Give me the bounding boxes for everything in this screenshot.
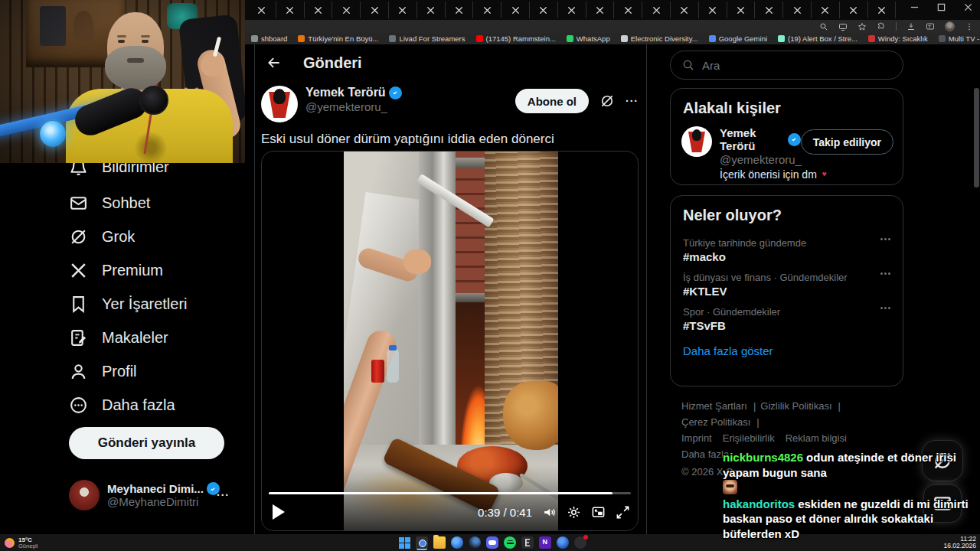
recorder-app-icon[interactable] (574, 536, 586, 549)
sidebar-item-grok[interactable]: Grok (69, 221, 135, 252)
bookmark-item[interactable]: (17145) Rammstein... (472, 34, 560, 44)
author-name[interactable]: Yemek Terörü (305, 86, 386, 99)
following-button[interactable]: Takip ediliyor (801, 129, 893, 155)
trend-item[interactable]: İş dünyası ve finans · Gündemdekiler #KT… (671, 263, 903, 298)
bookmark-item[interactable]: (19) Alert Box / Stre... (774, 34, 861, 44)
footer-link[interactable]: Gizlilik Politikası (760, 398, 841, 414)
post-more-icon[interactable]: ··· (626, 95, 639, 107)
related-user-avatar[interactable] (681, 126, 712, 157)
video-player[interactable]: 0:39 / 0:41 (261, 151, 639, 531)
download-icon[interactable] (906, 22, 916, 31)
browser-tab[interactable] (586, 2, 615, 18)
sidebar-item-messages[interactable]: Sohbet (69, 187, 150, 218)
close-icon[interactable] (964, 3, 972, 11)
play-button[interactable] (273, 504, 285, 520)
grok-actions-icon[interactable] (599, 93, 615, 109)
weather-widget[interactable]: 15°C Güneşli (0, 536, 92, 549)
related-user-row[interactable]: Yemek Terörü @yemekteroru_ İçerik öneris… (671, 122, 903, 181)
related-user-name[interactable]: Yemek Terörü (720, 126, 785, 152)
browser-tab[interactable] (642, 2, 671, 18)
browser-tab[interactable] (868, 2, 897, 18)
browser-tab[interactable] (840, 2, 868, 18)
volume-icon[interactable] (542, 505, 557, 520)
file-explorer-icon[interactable] (433, 536, 446, 549)
spotify-icon[interactable] (504, 536, 516, 549)
browser-tab[interactable] (812, 2, 840, 18)
footer-link[interactable]: Imprint (681, 430, 718, 446)
sidebar-item-more[interactable]: Daha fazla (69, 390, 175, 420)
browser-tab[interactable] (530, 2, 558, 18)
pip-icon[interactable] (591, 505, 606, 520)
articles-icon (69, 328, 88, 347)
compose-post-button[interactable]: Gönderi yayınla (69, 427, 224, 459)
next-app-icon[interactable] (539, 536, 551, 549)
menu-kebab-icon[interactable] (965, 22, 974, 31)
cast-icon[interactable] (838, 22, 848, 31)
epic-games-icon[interactable] (521, 536, 534, 549)
bookmark-item[interactable]: Livad For Streamers (385, 34, 469, 44)
browser-tab[interactable] (671, 2, 699, 18)
discord-icon[interactable] (486, 536, 498, 549)
account-more-icon[interactable]: ··· (217, 489, 230, 501)
sidebar-item-premium[interactable]: Premium (69, 255, 163, 285)
author-avatar[interactable] (261, 86, 298, 122)
zoom-icon[interactable] (819, 22, 828, 31)
bookmark-item[interactable]: Google Gemini (705, 34, 771, 44)
bookmark-item[interactable]: WhatsApp (563, 34, 614, 44)
browser-tab[interactable] (389, 2, 417, 18)
sidebar-item-bookmarks[interactable]: Yer İşaretleri (69, 289, 188, 319)
browser-tab[interactable] (417, 2, 446, 18)
maximize-icon[interactable] (937, 3, 946, 11)
bookmark-item[interactable]: Windy: Sıcaklık (864, 34, 932, 44)
bookmark-item[interactable]: shboard (247, 34, 291, 44)
browser-tab[interactable] (783, 2, 812, 18)
browser-tab[interactable] (614, 2, 642, 18)
settings-gear-icon[interactable] (567, 505, 581, 520)
browser-tab[interactable] (473, 2, 501, 18)
footer-link[interactable]: Hizmet Şartları (681, 398, 756, 414)
fullscreen-icon[interactable] (616, 505, 630, 520)
steam-icon[interactable] (469, 536, 481, 549)
footer-link[interactable]: Reklam bilgisi (786, 430, 853, 446)
browser-tab[interactable] (446, 2, 474, 18)
browser-tab[interactable] (332, 2, 361, 18)
trend-item[interactable]: Spor · Gündemdekiler #TSvFB (671, 298, 903, 332)
extensions-icon[interactable] (877, 22, 886, 31)
envelope-icon (69, 194, 88, 213)
browser-tab[interactable] (361, 2, 389, 18)
bookmark-item[interactable]: Electronic Diversity... (617, 34, 702, 44)
blue-app-icon[interactable] (557, 536, 569, 549)
trend-more-icon[interactable] (880, 238, 890, 240)
trend-item[interactable]: Türkiye tarihinde gündemde #macko (671, 229, 903, 263)
back-button[interactable] (266, 55, 282, 70)
bookmark-star-icon[interactable] (858, 22, 867, 31)
browser-tab[interactable] (699, 2, 727, 18)
footer-link[interactable]: Erişilebilirlik (723, 430, 781, 446)
footer-link[interactable]: Çerez Politikası (681, 414, 760, 430)
subscribe-button[interactable]: Abone ol (515, 89, 589, 113)
trend-more-icon[interactable] (880, 272, 890, 275)
minimize-icon[interactable] (910, 3, 919, 11)
bookmark-item[interactable]: Türkiye'nin En Büyü... (294, 34, 382, 44)
trend-more-icon[interactable] (880, 307, 890, 309)
browser-tab[interactable] (755, 2, 783, 18)
account-switcher[interactable]: Meyhaneci Dimi... @MeyhaneDimitri ··· (69, 477, 230, 514)
video-progress-bar[interactable] (269, 492, 631, 494)
browser-tab[interactable] (276, 2, 305, 18)
bookmark-item[interactable]: Multi TV - 6 haber k... (935, 34, 980, 44)
browser-tab[interactable] (248, 2, 276, 18)
browser-tab[interactable] (305, 2, 333, 18)
search-input[interactable]: Ara (670, 51, 903, 80)
browser-profile-avatar[interactable] (945, 21, 955, 31)
browser-tab[interactable] (558, 2, 586, 18)
sidebar-item-profile[interactable]: Profil (69, 356, 137, 386)
browser-tab[interactable] (727, 2, 756, 18)
chrome-taskbar-icon[interactable] (416, 536, 428, 549)
show-more-link[interactable]: Daha fazla göster (671, 332, 903, 368)
sidebar-item-articles[interactable]: Makaleler (69, 322, 168, 353)
drive-app-icon[interactable] (451, 536, 463, 549)
translate-icon[interactable] (926, 22, 935, 31)
windows-start-button[interactable] (398, 536, 410, 549)
scrollbar-thumb[interactable] (974, 88, 979, 187)
browser-tab[interactable] (501, 2, 530, 18)
